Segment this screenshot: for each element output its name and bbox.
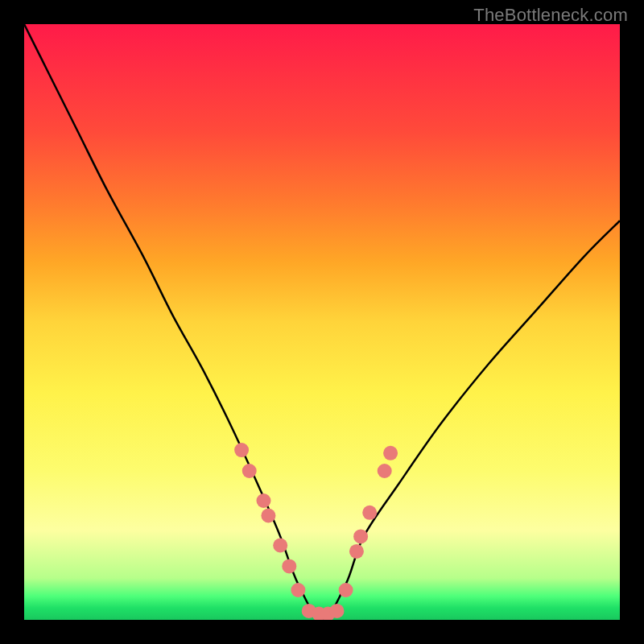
outer-frame: TheBottleneck.com <box>0 0 644 644</box>
marker-dot <box>261 509 275 523</box>
chart-svg <box>24 24 620 620</box>
watermark-text: TheBottleneck.com <box>473 5 628 26</box>
marker-dot <box>234 443 249 457</box>
marker-dot <box>330 604 345 618</box>
marker-dot <box>291 583 305 597</box>
marker-dot <box>242 464 257 478</box>
marker-dot <box>378 464 392 478</box>
plot-area <box>24 24 620 620</box>
marker-dot <box>349 544 364 559</box>
marker-dot <box>339 583 353 597</box>
marker-dot <box>383 446 398 460</box>
marker-dot <box>273 539 287 553</box>
marker-dot <box>362 506 377 520</box>
marker-dot <box>353 529 368 543</box>
bottleneck-curve <box>24 24 620 620</box>
marker-group <box>234 443 398 620</box>
marker-dot <box>282 559 296 573</box>
marker-dot <box>256 493 270 508</box>
